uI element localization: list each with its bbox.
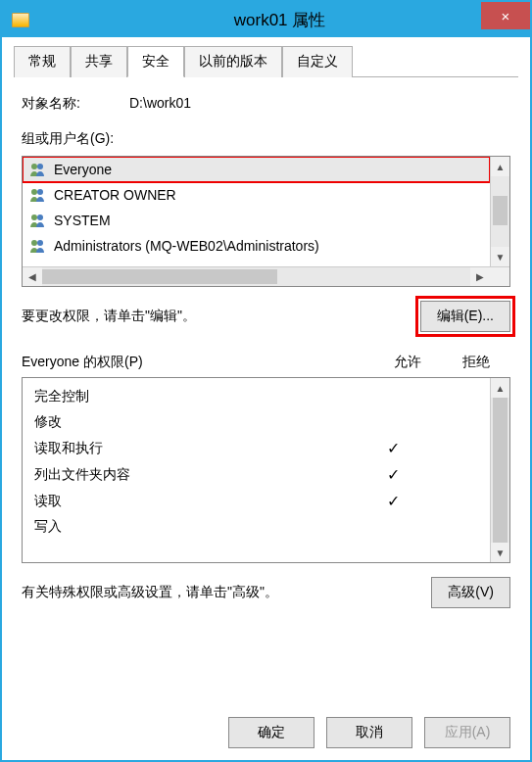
scroll-right-icon[interactable]: ▶ (470, 267, 490, 286)
folder-icon (12, 13, 29, 27)
permission-row: 读取和执行 ✓ (23, 435, 490, 461)
svg-point-1 (37, 164, 43, 169)
advanced-button[interactable]: 高级(V) (431, 577, 510, 608)
list-item-label: SYSTEM (54, 213, 111, 228)
permissions-list: 完全控制 修改 读取和执行 ✓ 列出文件夹内容 ✓ (23, 378, 490, 562)
allow-column-header: 允许 (373, 354, 442, 371)
allow-cell: ✓ (364, 439, 421, 457)
permission-name: 列出文件夹内容 (34, 466, 364, 484)
object-name-value: D:\work01 (129, 95, 510, 113)
svg-point-3 (37, 189, 43, 195)
list-item-label: CREATOR OWNER (54, 187, 176, 203)
permission-row: 完全控制 (23, 384, 490, 409)
vertical-scrollbar[interactable]: ▲ ▼ (490, 378, 509, 562)
tabs-area: 常规 共享 安全 以前的版本 自定义 (2, 37, 530, 77)
tab-security[interactable]: 安全 (127, 46, 184, 77)
titlebar: work01 属性 × (2, 2, 530, 37)
svg-point-2 (31, 189, 37, 195)
permission-name: 修改 (34, 413, 364, 431)
permission-name: 写入 (34, 518, 364, 536)
permission-name: 读取 (34, 493, 364, 510)
svg-point-6 (31, 240, 37, 246)
apply-button[interactable]: 应用(A) (424, 717, 510, 748)
cancel-button[interactable]: 取消 (326, 717, 412, 748)
properties-window: work01 属性 × 常规 共享 安全 以前的版本 自定义 对象名称: D:\… (0, 0, 532, 762)
tab-customize[interactable]: 自定义 (282, 46, 353, 77)
groups-label: 组或用户名(G): (22, 130, 510, 148)
svg-point-7 (37, 240, 43, 246)
ok-button[interactable]: 确定 (228, 717, 314, 748)
tab-previous-versions[interactable]: 以前的版本 (184, 46, 282, 77)
tab-sharing[interactable]: 共享 (71, 46, 127, 77)
tab-general[interactable]: 常规 (14, 46, 71, 77)
permissions-listbox: 完全控制 修改 读取和执行 ✓ 列出文件夹内容 ✓ (22, 377, 510, 563)
scroll-track[interactable] (42, 267, 470, 286)
group-icon (28, 161, 48, 178)
edit-hint-text: 要更改权限，请单击"编辑"。 (22, 308, 420, 325)
horizontal-scrollbar[interactable]: ◀ ▶ (23, 266, 509, 286)
permissions-label: Everyone 的权限(P) (22, 354, 373, 371)
scroll-up-icon[interactable]: ▲ (491, 157, 509, 176)
groups-list-items: Everyone CREATOR OWNER SYSTEM (23, 157, 490, 266)
list-item[interactable]: Administrators (MQ-WEB02\Administrators) (23, 233, 490, 259)
permission-row: 列出文件夹内容 ✓ (23, 461, 490, 488)
group-icon (28, 237, 48, 255)
groups-listbox[interactable]: Everyone CREATOR OWNER SYSTEM (22, 156, 510, 287)
scroll-track[interactable] (491, 176, 509, 247)
scroll-track[interactable] (491, 398, 509, 543)
list-item[interactable]: Everyone (23, 157, 490, 182)
svg-point-5 (37, 214, 43, 220)
vertical-scrollbar[interactable]: ▲ ▼ (490, 157, 509, 266)
permission-row: 写入 (23, 514, 490, 540)
list-item[interactable]: CREATOR OWNER (23, 182, 490, 208)
object-name-label: 对象名称: (22, 95, 129, 113)
permission-name: 读取和执行 (34, 440, 364, 457)
window-title: work01 属性 (29, 9, 530, 31)
allow-cell: ✓ (364, 492, 421, 510)
permission-row: 读取 ✓ (23, 488, 490, 514)
scroll-down-icon[interactable]: ▼ (491, 543, 509, 562)
group-icon (28, 212, 48, 229)
close-button[interactable]: × (481, 2, 530, 29)
list-item-label: Administrators (MQ-WEB02\Administrators) (54, 238, 319, 254)
svg-point-0 (31, 164, 37, 169)
list-item-label: Everyone (54, 162, 112, 177)
scroll-up-icon[interactable]: ▲ (491, 378, 509, 398)
scroll-left-icon[interactable]: ◀ (23, 267, 42, 286)
scroll-thumb[interactable] (493, 196, 508, 225)
edit-button[interactable]: 编辑(E)... (420, 301, 510, 332)
svg-point-4 (31, 214, 37, 220)
advanced-hint-text: 有关特殊权限或高级设置，请单击"高级"。 (22, 584, 431, 601)
content: 对象名称: D:\work01 组或用户名(G): Everyone (2, 77, 530, 705)
group-icon (28, 186, 48, 204)
permission-row: 修改 (23, 409, 490, 435)
permission-name: 完全控制 (34, 388, 364, 405)
allow-cell: ✓ (364, 465, 421, 484)
tabs: 常规 共享 安全 以前的版本 自定义 (14, 45, 518, 77)
deny-column-header: 拒绝 (442, 354, 510, 371)
scroll-thumb[interactable] (493, 398, 508, 543)
scroll-thumb[interactable] (42, 269, 277, 284)
list-item[interactable]: SYSTEM (23, 208, 490, 233)
scroll-corner (490, 267, 509, 286)
footer: 确定 取消 应用(A) (2, 705, 530, 760)
scroll-down-icon[interactable]: ▼ (491, 247, 509, 266)
